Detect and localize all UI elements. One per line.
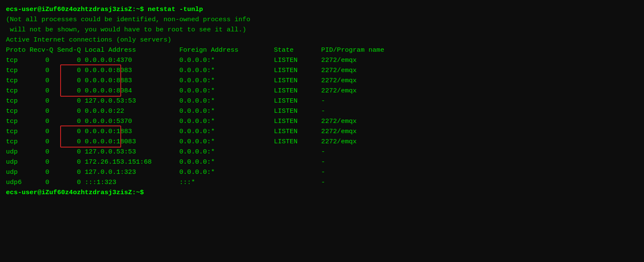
- table-row: tcp 0 0 0.0.0.0:8084 0.0.0.0:* LISTEN 22…: [6, 86, 638, 96]
- table-row: tcp 0 0 0.0.0.0:8883 0.0.0.0:* LISTEN 22…: [6, 75, 638, 86]
- column-headers: Proto Recv-Q Send-Q Local Address Foreig…: [6, 45, 638, 55]
- table-row: udp 0 0 172.26.153.151:68 0.0.0.0:* -: [6, 157, 638, 167]
- terminal-window: ecs-user@iZuf60z4ozhtzdrasj3zisZ:~$ nets…: [6, 4, 638, 198]
- active-connections-line: Active Internet connections (only server…: [6, 35, 638, 45]
- note-line-1: (Not all processes could be identified, …: [6, 14, 638, 25]
- netstat-table: tcp 0 0 0.0.0.0:4370 0.0.0.0:* LISTEN 22…: [6, 55, 638, 187]
- table-row: tcp 0 0 0.0.0.0:18083 0.0.0.0:* LISTEN 2…: [6, 137, 638, 147]
- table-row: tcp 0 0 0.0.0.0:5370 0.0.0.0:* LISTEN 22…: [6, 116, 638, 126]
- table-row: udp 0 0 127.0.0.53:53 0.0.0.0:* -: [6, 147, 638, 157]
- prompt-line-2: ecs-user@iZuf60z4ozhtzdrasj3zisZ:~$: [6, 187, 638, 198]
- prompt-line-1: ecs-user@iZuf60z4ozhtzdrasj3zisZ:~$ nets…: [6, 4, 638, 14]
- table-row: tcp 0 0 0.0.0.0:4370 0.0.0.0:* LISTEN 22…: [6, 55, 638, 65]
- table-row: tcp 0 0 0.0.0.0:8083 0.0.0.0:* LISTEN 22…: [6, 65, 638, 75]
- table-row: tcp 0 0 127.0.0.53:53 0.0.0.0:* LISTEN -: [6, 96, 638, 106]
- table-row: tcp 0 0 0.0.0.0:22 0.0.0.0:* LISTEN -: [6, 106, 638, 116]
- table-row: udp 0 0 127.0.0.1:323 0.0.0.0:* -: [6, 167, 638, 177]
- table-row: udp6 0 0 :::1:323 :::* -: [6, 177, 638, 187]
- table-row: tcp 0 0 0.0.0.0:1883 0.0.0.0:* LISTEN 22…: [6, 126, 638, 137]
- note-line-2: will not be shown, you would have to be …: [6, 25, 638, 35]
